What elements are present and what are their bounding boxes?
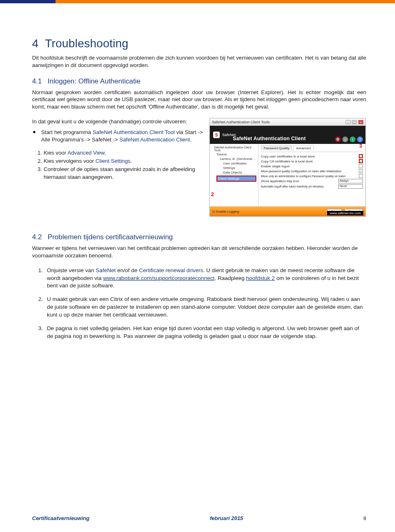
minimize-icon[interactable]: – — [346, 120, 351, 124]
safenet-name: SafeNet — [96, 267, 116, 273]
enable-logging-label[interactable]: Enable Logging — [216, 210, 239, 213]
maximize-icon[interactable]: ▢ — [352, 120, 357, 124]
vendor-url: www.safenet-inc.com — [327, 211, 363, 215]
opt5-label: Allow only an administrator to configure… — [261, 175, 346, 178]
hoofdstuk-2-link[interactable]: hoofdstuk 2 — [246, 275, 275, 281]
opt1-checkbox[interactable] — [359, 154, 363, 158]
opt1-label: Copy user certificates to a local store — [261, 155, 315, 158]
section-title: Problemen tijdens certificaatvernieuwing — [48, 233, 173, 241]
bullet-start-safenet: Start het programma SafeNet Authenticati… — [32, 129, 203, 143]
window-title: SafeNet Authentication Client Tools — [212, 120, 270, 124]
opt4-checkbox[interactable] — [359, 169, 363, 173]
opt7-select[interactable]: Never — [338, 184, 363, 189]
s42-paragraph-1: Wanneer er tijdens het vernieuwen van he… — [32, 245, 366, 259]
opt3-checkbox[interactable] — [359, 164, 363, 168]
opt7-label: Automatic logoff after token inactivity … — [261, 185, 323, 188]
safenet-tool-name: SafeNet Authentication Client Tool — [93, 129, 175, 135]
tab-password-quality[interactable]: Password Quality — [261, 146, 292, 150]
opt4-label: Allow password quality configuration on … — [261, 170, 342, 173]
safenet-client-name: SafeNet Authentication Client — [119, 136, 190, 143]
help-icon[interactable]: ? — [357, 136, 363, 142]
rabobank-support-link[interactable]: www.rabobank.com/supportcorporateconnect — [103, 275, 215, 281]
top-accent-bar — [0, 0, 395, 3]
close-icon[interactable]: × — [358, 120, 363, 124]
accent-orange — [56, 0, 395, 3]
cert-renewal-drivers: Certificate renewal drivers — [139, 267, 203, 273]
s42-item-3: De pagina is niet volledig geladen. Het … — [44, 325, 366, 340]
section-4-1-heading: 4.1 Inloggen: Offline Authenticatie — [32, 77, 366, 86]
app-banner: S SafeNet. SafeNet Authentication Client… — [210, 126, 365, 144]
tree-card[interactable]: Lamers, B. (Servicede… — [211, 157, 256, 161]
step-2: Kies vervolgens voor Client Settings. — [44, 157, 203, 165]
step-3: Controleer of de opties staan aangevinkt… — [44, 166, 203, 181]
tree-tokens[interactable]: Tokens — [211, 152, 256, 157]
tab-advanced[interactable]: Advanced — [293, 146, 314, 150]
section-number: 4.1 — [32, 77, 42, 85]
footer-page-number: 8 — [363, 516, 366, 521]
section-4-2-heading: 4.2 Problemen tijdens certificaatvernieu… — [32, 233, 366, 241]
banner-text: SafeNet Authentication Client — [233, 136, 306, 141]
footer-doc-title: Certificaatvernieuwing — [32, 515, 89, 521]
tree-root[interactable]: SafeNet Authentication Client Tools — [211, 146, 256, 152]
opt5-checkbox[interactable] — [359, 174, 363, 178]
s42-item-1: Onjuiste versie van SafeNet en/of de Cer… — [44, 267, 366, 290]
s41-paragraph-1: Normaal gesproken worden certificaten au… — [32, 89, 366, 111]
opt2-checkbox[interactable] — [359, 159, 363, 163]
page-footer: Certificaatvernieuwing februari 2015 8 — [32, 515, 366, 521]
step-1: Kies voor Advanced View. — [44, 149, 203, 157]
chapter-heading: 4 Troubleshooting — [32, 37, 366, 50]
s41-lead: In dat geval kunt u de volgende (handmat… — [32, 118, 203, 125]
callout-2: 2 — [211, 192, 214, 197]
opt3-label: Enable single logon — [261, 164, 290, 168]
safenet-logo-icon: S — [213, 132, 220, 138]
footer-date: februari 2015 — [210, 515, 243, 521]
opt6-label: Show application tray icon — [261, 179, 299, 183]
tree-view: SafeNet Authentication Client Tools Toke… — [210, 144, 258, 206]
callout-3: 3 — [359, 143, 362, 149]
home-icon[interactable]: ⌂ — [342, 136, 348, 142]
info-icon[interactable]: i — [350, 136, 356, 142]
gear-icon[interactable]: ⚙ — [335, 136, 341, 142]
chapter-title: Troubleshooting — [45, 37, 128, 50]
tree-data-objects[interactable]: Data Objects — [211, 170, 256, 175]
tree-client-settings[interactable]: Client Settings — [216, 176, 256, 182]
s42-item-2: U maakt gebruik van een Citrix of een an… — [44, 296, 366, 319]
section-number: 4.2 — [32, 233, 42, 241]
section-title: Inloggen: Offline Authenticatie — [48, 77, 141, 85]
intro-paragraph: Dit hoofdstuk beschrijft de voornaamste … — [32, 54, 366, 69]
advanced-view-label: Advanced View — [67, 150, 105, 156]
chapter-number: 4 — [32, 37, 39, 50]
client-settings-label: Client Settings — [95, 158, 130, 164]
accent-blue — [0, 0, 56, 3]
opt2-label: Copy CA certificates to a local store — [261, 160, 313, 163]
tree-settings[interactable]: Settings — [211, 166, 256, 170]
safenet-screenshot: SafeNet Authentication Client Tools – ▢ … — [209, 118, 366, 217]
tree-user-certs[interactable]: User certificates — [211, 161, 256, 166]
window-titlebar: SafeNet Authentication Client Tools – ▢ … — [210, 118, 365, 126]
opt6-select[interactable]: Always — [338, 179, 363, 183]
